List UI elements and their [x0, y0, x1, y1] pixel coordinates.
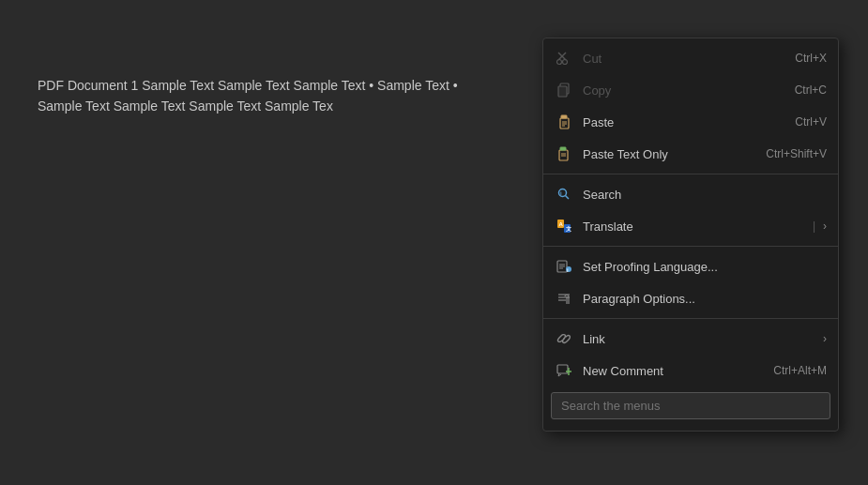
- document-text-line1: PDF Document 1 Sample Text Sample Text S…: [38, 78, 458, 93]
- paste-icon: [555, 113, 573, 131]
- svg-line-16: [566, 196, 570, 200]
- link-icon: [555, 329, 573, 348]
- separator-1: [543, 174, 838, 174]
- new-comment-shortcut: Ctrl+Alt+M: [773, 364, 827, 377]
- menu-item-translate[interactable]: A 文 Translate | ›: [543, 210, 838, 242]
- menu-item-copy[interactable]: Copy Ctrl+C: [543, 74, 838, 106]
- search-menus-container: [543, 386, 838, 427]
- search-menus-input[interactable]: [551, 392, 830, 419]
- menu-item-set-proofing-language[interactable]: i Set Proofing Language...: [543, 250, 838, 282]
- svg-text:文: 文: [566, 225, 571, 232]
- paste-text-only-label: Paste Text Only: [583, 147, 747, 161]
- search-label: Search: [583, 188, 808, 202]
- menu-item-paste-text-only[interactable]: Paste Text Only Ctrl+Shift+V: [543, 138, 838, 170]
- copy-shortcut: Ctrl+C: [795, 83, 827, 97]
- document-text-line2: Sample Text Sample Text Sample Text Samp…: [38, 99, 333, 114]
- svg-rect-7: [561, 115, 567, 118]
- translate-arrow: ›: [823, 220, 827, 233]
- paste-shortcut: Ctrl+V: [795, 115, 827, 129]
- svg-rect-12: [560, 147, 566, 150]
- svg-point-3: [563, 60, 568, 65]
- svg-text:i: i: [560, 190, 562, 196]
- separator-2: [543, 246, 838, 247]
- translate-label: Translate: [583, 220, 697, 234]
- new-comment-label: New Comment: [583, 364, 754, 378]
- copy-label: Copy: [583, 83, 776, 98]
- menu-item-paste[interactable]: Paste Ctrl+V: [543, 106, 838, 138]
- translate-separator: |: [813, 220, 815, 233]
- paste-label: Paste: [583, 115, 776, 129]
- set-proofing-language-label: Set Proofing Language...: [583, 260, 827, 274]
- search-icon: i: [555, 185, 573, 204]
- paste-text-only-icon: [555, 144, 573, 163]
- paste-text-only-shortcut: Ctrl+Shift+V: [766, 147, 827, 160]
- separator-3: [543, 318, 838, 319]
- link-arrow: ›: [823, 332, 827, 345]
- link-label: Link: [583, 332, 701, 346]
- proofing-icon: i: [555, 257, 573, 276]
- paragraph-icon: [555, 289, 573, 308]
- cut-shortcut: Ctrl+X: [795, 52, 827, 65]
- comment-icon: [555, 361, 573, 380]
- cut-icon: [555, 49, 573, 68]
- menu-item-search[interactable]: i Search: [543, 178, 838, 210]
- context-menu: Cut Ctrl+X Copy Ctrl+C Paste Ctrl+V: [542, 38, 839, 432]
- menu-item-paragraph-options[interactable]: Paragraph Options...: [543, 282, 838, 314]
- copy-icon: [555, 81, 573, 99]
- cut-label: Cut: [583, 52, 776, 66]
- paragraph-options-label: Paragraph Options...: [583, 292, 827, 306]
- menu-item-cut[interactable]: Cut Ctrl+X: [543, 42, 838, 74]
- translate-icon: A 文: [555, 217, 573, 235]
- svg-point-2: [557, 60, 562, 65]
- svg-text:A: A: [559, 221, 564, 227]
- menu-item-new-comment[interactable]: New Comment Ctrl+Alt+M: [543, 355, 838, 386]
- menu-item-link[interactable]: Link ›: [543, 323, 838, 355]
- svg-rect-5: [558, 86, 567, 97]
